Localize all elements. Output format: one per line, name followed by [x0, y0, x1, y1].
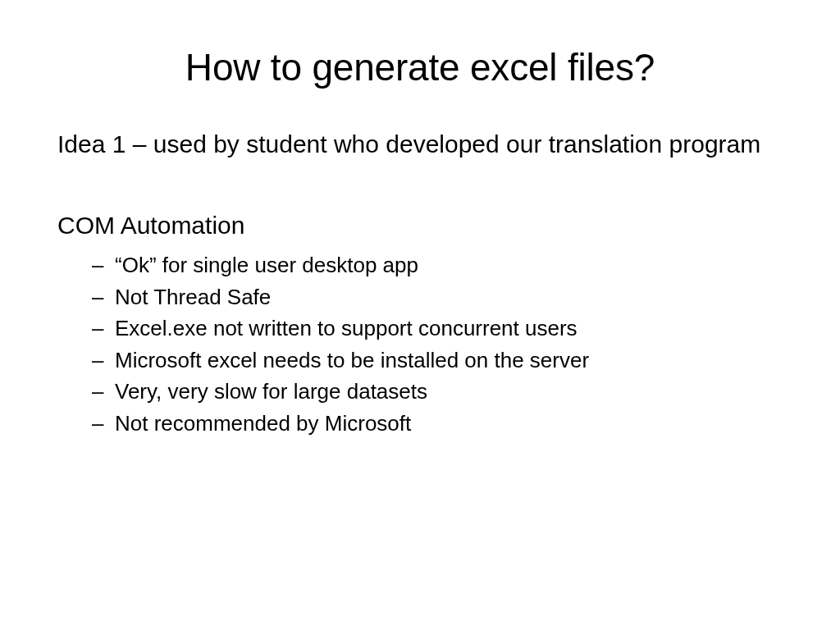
- bullet-list: “Ok” for single user desktop app Not Thr…: [57, 249, 783, 439]
- list-item: Excel.exe not written to support concurr…: [115, 313, 783, 344]
- slide-title: How to generate excel files?: [57, 45, 783, 89]
- list-item: “Ok” for single user desktop app: [115, 249, 783, 281]
- section-heading: COM Automation: [57, 209, 783, 241]
- list-item: Not Thread Safe: [115, 281, 783, 313]
- intro-text: Idea 1 – used by student who developed o…: [57, 129, 783, 160]
- list-item: Microsoft excel needs to be installed on…: [115, 345, 783, 376]
- list-item: Not recommended by Microsoft: [115, 408, 783, 439]
- list-item: Very, very slow for large datasets: [115, 376, 783, 407]
